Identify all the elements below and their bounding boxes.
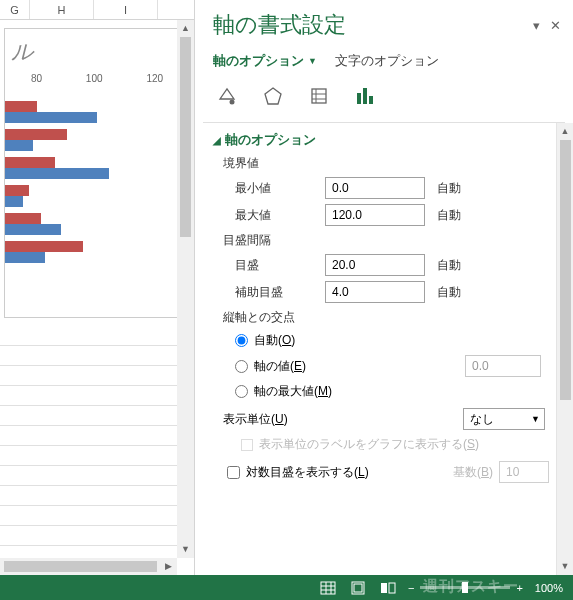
pane-scrollbar[interactable]: ▲ ▼ <box>556 123 573 575</box>
scroll-down-arrow[interactable]: ▼ <box>177 541 194 558</box>
collapse-triangle-icon: ◢ <box>213 135 221 146</box>
effects-icon[interactable] <box>261 84 285 108</box>
zoom-control[interactable]: − + <box>408 582 523 594</box>
page-break-view-icon[interactable] <box>380 581 396 595</box>
display-unit-select[interactable]: なし ▼ <box>463 408 545 430</box>
max-label: 最大値 <box>235 207 325 224</box>
major-label: 目盛 <box>235 257 325 274</box>
show-unit-label-checkbox: 表示単位のラベルをグラフに表示する(S) <box>241 436 567 453</box>
scroll-thumb[interactable] <box>4 561 157 572</box>
zoom-percent[interactable]: 100% <box>535 582 563 594</box>
min-label: 最小値 <box>235 180 325 197</box>
log-scale-checkbox[interactable] <box>227 466 240 479</box>
cross-max-label: 軸の最大値(M) <box>254 383 332 400</box>
svg-rect-2 <box>312 89 326 103</box>
column-headers: G H I <box>0 0 194 20</box>
pane-title: 軸の書式設定 <box>213 10 346 40</box>
fill-line-icon[interactable] <box>215 84 239 108</box>
minor-label: 補助目盛 <box>235 284 325 301</box>
normal-view-icon[interactable] <box>320 581 336 595</box>
scroll-thumb[interactable] <box>560 140 571 400</box>
svg-rect-17 <box>389 583 395 593</box>
embedded-chart[interactable]: ル 80 100 120 <box>4 28 190 318</box>
major-input[interactable] <box>325 254 425 276</box>
base-label: 基数(B) <box>453 464 493 481</box>
svg-rect-15 <box>354 584 362 592</box>
bounds-label: 境界値 <box>223 155 567 172</box>
vertical-scrollbar[interactable]: ▲ ▼ <box>177 20 194 558</box>
format-axis-pane: 軸の書式設定 ▾ ✕ 軸のオプション▼ 文字のオプション <box>195 0 573 575</box>
worksheet-area[interactable]: G H I ル 80 100 120 <box>0 0 195 575</box>
zoom-out-icon[interactable]: − <box>408 582 414 594</box>
task-pane-options-icon[interactable]: ▾ <box>533 18 540 33</box>
display-unit-label: 表示単位(U) <box>223 411 288 428</box>
units-label: 目盛間隔 <box>223 232 567 249</box>
axis-options-icon[interactable] <box>353 84 377 108</box>
svg-rect-6 <box>357 93 361 104</box>
tab-text-options[interactable]: 文字のオプション <box>335 52 439 70</box>
col-header[interactable]: G <box>0 0 30 19</box>
minor-auto[interactable]: 自動 <box>437 284 461 301</box>
chevron-down-icon: ▼ <box>308 56 317 66</box>
size-properties-icon[interactable] <box>307 84 331 108</box>
tab-axis-options[interactable]: 軸のオプション▼ <box>213 52 317 70</box>
cross-auto-radio[interactable] <box>235 334 248 347</box>
log-scale-label: 対数目盛を表示する(L) <box>246 464 369 481</box>
cross-label: 縦軸との交点 <box>223 309 567 326</box>
svg-rect-7 <box>363 88 367 104</box>
scroll-up-arrow[interactable]: ▲ <box>177 20 194 37</box>
max-input[interactable] <box>325 204 425 226</box>
section-axis-options[interactable]: ◢ 軸のオプション <box>213 131 567 149</box>
horizontal-scrollbar[interactable]: ▶ <box>0 558 177 575</box>
col-header[interactable]: H <box>30 0 94 19</box>
page-layout-view-icon[interactable] <box>350 581 366 595</box>
cross-value-radio[interactable] <box>235 360 248 373</box>
empty-cells[interactable] <box>0 326 194 546</box>
chart-bars <box>5 98 189 266</box>
axis-tick-labels: 80 100 120 <box>9 73 185 84</box>
max-auto[interactable]: 自動 <box>437 207 461 224</box>
cross-value-label: 軸の値(E) <box>254 358 306 375</box>
svg-rect-16 <box>381 583 387 593</box>
base-input[interactable] <box>499 461 549 483</box>
zoom-slider-thumb[interactable] <box>462 582 468 593</box>
zoom-in-icon[interactable]: + <box>516 582 522 594</box>
cross-auto-label: 自動(O) <box>254 332 295 349</box>
svg-rect-9 <box>321 582 335 594</box>
scroll-up-arrow[interactable]: ▲ <box>557 123 573 140</box>
zoom-slider-track[interactable] <box>420 586 510 589</box>
status-bar: − + 100% 週刊アスキー <box>0 575 573 600</box>
close-icon[interactable]: ✕ <box>550 18 561 33</box>
min-input[interactable] <box>325 177 425 199</box>
min-auto[interactable]: 自動 <box>437 180 461 197</box>
scroll-right-arrow[interactable]: ▶ <box>160 558 177 575</box>
scroll-thumb[interactable] <box>180 37 191 237</box>
minor-input[interactable] <box>325 281 425 303</box>
cross-value-input[interactable] <box>465 355 541 377</box>
major-auto[interactable]: 自動 <box>437 257 461 274</box>
scroll-down-arrow[interactable]: ▼ <box>557 558 573 575</box>
svg-rect-8 <box>369 96 373 104</box>
svg-marker-1 <box>265 88 281 104</box>
cross-max-radio[interactable] <box>235 385 248 398</box>
svg-point-0 <box>230 100 235 105</box>
chart-title-fragment: ル <box>11 37 189 67</box>
chevron-down-icon: ▼ <box>531 414 540 424</box>
col-header[interactable]: I <box>94 0 158 19</box>
